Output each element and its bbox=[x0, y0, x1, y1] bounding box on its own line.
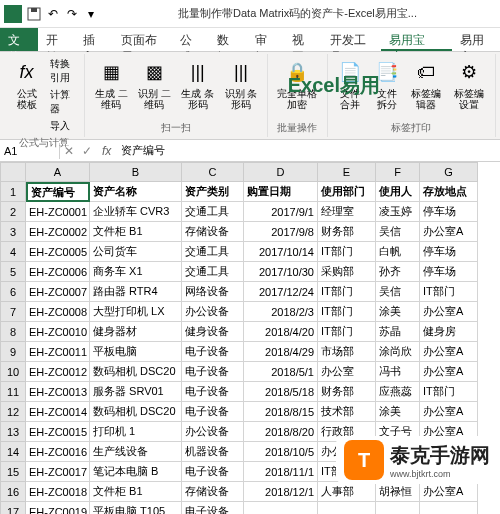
cell-G17[interactable] bbox=[420, 502, 478, 514]
cell-F6[interactable]: 吴信 bbox=[376, 282, 420, 302]
cell-D4[interactable]: 2017/10/14 bbox=[244, 242, 318, 262]
cell-D2[interactable]: 2017/9/1 bbox=[244, 202, 318, 222]
cell-C14[interactable]: 机器设备 bbox=[182, 442, 244, 462]
col-header-F[interactable]: F bbox=[376, 162, 420, 182]
row-header-10[interactable]: 10 bbox=[0, 362, 26, 382]
col-header-B[interactable]: B bbox=[90, 162, 182, 182]
cell-B12[interactable]: 数码相机 DSC20 bbox=[90, 402, 182, 422]
col-header-C[interactable]: C bbox=[182, 162, 244, 182]
cell-A10[interactable]: EH-ZC0012 bbox=[26, 362, 90, 382]
cell-A5[interactable]: EH-ZC0006 bbox=[26, 262, 90, 282]
tab-developer[interactable]: 开发工具 bbox=[322, 28, 381, 51]
formula-template-button[interactable]: fx 公式 模板 bbox=[10, 56, 43, 134]
cell-A8[interactable]: EH-ZC0010 bbox=[26, 322, 90, 342]
cell-G11[interactable]: IT部门 bbox=[420, 382, 478, 402]
cell-C3[interactable]: 存储设备 bbox=[182, 222, 244, 242]
cell-B4[interactable]: 公司货车 bbox=[90, 242, 182, 262]
cell-E2[interactable]: 经理室 bbox=[318, 202, 376, 222]
cell-G3[interactable]: 办公室A bbox=[420, 222, 478, 242]
row-header-6[interactable]: 6 bbox=[0, 282, 26, 302]
cell-C8[interactable]: 健身设备 bbox=[182, 322, 244, 342]
cell-G4[interactable]: 停车场 bbox=[420, 242, 478, 262]
cell-E1[interactable]: 使用部门 bbox=[318, 182, 376, 202]
cell-D14[interactable]: 2018/10/5 bbox=[244, 442, 318, 462]
tab-formulas[interactable]: 公式 bbox=[172, 28, 210, 51]
fx-icon[interactable]: fx bbox=[96, 144, 117, 158]
row-header-1[interactable]: 1 bbox=[0, 182, 26, 202]
cell-C17[interactable]: 电子设备 bbox=[182, 502, 244, 514]
row-header-13[interactable]: 13 bbox=[0, 422, 26, 442]
cell-C10[interactable]: 电子设备 bbox=[182, 362, 244, 382]
tab-layout[interactable]: 页面布局 bbox=[113, 28, 172, 51]
cell-G10[interactable]: 办公室A bbox=[420, 362, 478, 382]
tab-file[interactable]: 文件 bbox=[0, 28, 38, 51]
enter-icon[interactable]: ✓ bbox=[78, 144, 96, 158]
label-editor-button[interactable]: 🏷标签编 辑器 bbox=[407, 56, 446, 119]
cell-F12[interactable]: 涂美 bbox=[376, 402, 420, 422]
cell-F17[interactable] bbox=[376, 502, 420, 514]
cell-B6[interactable]: 路由器 RTR4 bbox=[90, 282, 182, 302]
cell-C9[interactable]: 电子设备 bbox=[182, 342, 244, 362]
cell-E6[interactable]: IT部门 bbox=[318, 282, 376, 302]
cell-E7[interactable]: IT部门 bbox=[318, 302, 376, 322]
cell-E3[interactable]: 财务部 bbox=[318, 222, 376, 242]
cell-D7[interactable]: 2018/2/3 bbox=[244, 302, 318, 322]
row-header-11[interactable]: 11 bbox=[0, 382, 26, 402]
cell-A1[interactable]: 资产编号 bbox=[26, 182, 90, 202]
cell-D1[interactable]: 购置日期 bbox=[244, 182, 318, 202]
cell-C2[interactable]: 交通工具 bbox=[182, 202, 244, 222]
cell-F10[interactable]: 冯书 bbox=[376, 362, 420, 382]
cell-C6[interactable]: 网络设备 bbox=[182, 282, 244, 302]
cell-F2[interactable]: 凌玉婷 bbox=[376, 202, 420, 222]
cell-E8[interactable]: IT部门 bbox=[318, 322, 376, 342]
cell-A11[interactable]: EH-ZC0013 bbox=[26, 382, 90, 402]
cell-F8[interactable]: 苏晶 bbox=[376, 322, 420, 342]
cell-E12[interactable]: 技术部 bbox=[318, 402, 376, 422]
tab-yyb-plus[interactable]: 易用宝 plus bbox=[381, 28, 452, 51]
cell-F9[interactable]: 涂尚欣 bbox=[376, 342, 420, 362]
col-header-A[interactable]: A bbox=[26, 162, 90, 182]
convert-ref-button[interactable]: 转换引用 bbox=[47, 56, 78, 86]
cell-C5[interactable]: 交通工具 bbox=[182, 262, 244, 282]
cell-D12[interactable]: 2018/8/15 bbox=[244, 402, 318, 422]
cell-B11[interactable]: 服务器 SRV01 bbox=[90, 382, 182, 402]
cell-A9[interactable]: EH-ZC0011 bbox=[26, 342, 90, 362]
cell-D17[interactable] bbox=[244, 502, 318, 514]
cell-C16[interactable]: 存储设备 bbox=[182, 482, 244, 502]
cell-F3[interactable]: 吴信 bbox=[376, 222, 420, 242]
qat-dropdown-icon[interactable]: ▾ bbox=[83, 6, 99, 22]
cell-G8[interactable]: 健身房 bbox=[420, 322, 478, 342]
cell-B5[interactable]: 商务车 X1 bbox=[90, 262, 182, 282]
cell-G2[interactable]: 停车场 bbox=[420, 202, 478, 222]
cell-G5[interactable]: 停车场 bbox=[420, 262, 478, 282]
cell-F11[interactable]: 应燕蕊 bbox=[376, 382, 420, 402]
cell-C11[interactable]: 电子设备 bbox=[182, 382, 244, 402]
label-settings-button[interactable]: ⚙标签编 设置 bbox=[450, 56, 489, 119]
cell-encrypt-button[interactable]: 🔒完全单格 加密 bbox=[274, 56, 321, 119]
cell-F7[interactable]: 涂美 bbox=[376, 302, 420, 322]
tab-insert[interactable]: 插入 bbox=[75, 28, 113, 51]
cell-A4[interactable]: EH-ZC0005 bbox=[26, 242, 90, 262]
formula-bar[interactable]: 资产编号 bbox=[117, 141, 500, 160]
cell-F4[interactable]: 白帆 bbox=[376, 242, 420, 262]
cell-B17[interactable]: 平板电脑 T105 bbox=[90, 502, 182, 514]
cell-G7[interactable]: 办公室A bbox=[420, 302, 478, 322]
cell-C4[interactable]: 交通工具 bbox=[182, 242, 244, 262]
cell-B1[interactable]: 资产名称 bbox=[90, 182, 182, 202]
cell-A16[interactable]: EH-ZC0018 bbox=[26, 482, 90, 502]
cell-G16[interactable]: 办公室A bbox=[420, 482, 478, 502]
tab-home[interactable]: 开始 bbox=[38, 28, 76, 51]
cell-B8[interactable]: 健身器材 bbox=[90, 322, 182, 342]
cell-D15[interactable]: 2018/11/1 bbox=[244, 462, 318, 482]
cell-B15[interactable]: 笔记本电脑 B bbox=[90, 462, 182, 482]
cell-A3[interactable]: EH-ZC0002 bbox=[26, 222, 90, 242]
cell-A2[interactable]: EH-ZC0001 bbox=[26, 202, 90, 222]
cell-B9[interactable]: 平板电脑 bbox=[90, 342, 182, 362]
cell-D9[interactable]: 2018/4/29 bbox=[244, 342, 318, 362]
cell-G12[interactable]: 办公室A bbox=[420, 402, 478, 422]
undo-icon[interactable]: ↶ bbox=[45, 6, 61, 22]
tab-yyb[interactable]: 易用宝 bbox=[452, 28, 500, 51]
cell-B7[interactable]: 大型打印机 LX bbox=[90, 302, 182, 322]
cell-B13[interactable]: 打印机 1 bbox=[90, 422, 182, 442]
redo-icon[interactable]: ↷ bbox=[64, 6, 80, 22]
